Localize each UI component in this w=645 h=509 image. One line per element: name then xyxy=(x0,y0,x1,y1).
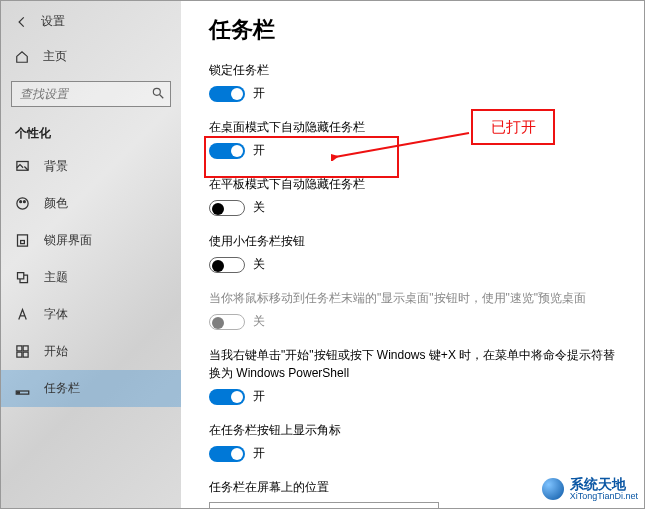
sidebar-item-taskbar[interactable]: 任务栏 xyxy=(1,370,181,407)
setting-label: 当我右键单击"开始"按钮或按下 Windows 键+X 时，在菜单中将命令提示符… xyxy=(209,346,620,382)
watermark-logo-icon xyxy=(542,478,564,500)
svg-rect-7 xyxy=(17,346,22,351)
setting-autohide-tablet: 在平板模式下自动隐藏任务栏 关 xyxy=(209,175,620,216)
setting-peek: 当你将鼠标移动到任务栏末端的"显示桌面"按钮时，使用"速览"预览桌面 关 xyxy=(209,289,620,330)
taskbar-icon xyxy=(15,381,30,396)
watermark: 系统天地 XiTongTianDi.net xyxy=(542,477,638,502)
search-icon xyxy=(151,86,165,100)
sidebar-item-start[interactable]: 开始 xyxy=(1,333,181,370)
select-value: 底部 xyxy=(218,508,242,509)
toggle-autohide-tablet[interactable] xyxy=(209,200,245,216)
sidebar-item-label: 任务栏 xyxy=(44,380,80,397)
toggle-powershell[interactable] xyxy=(209,389,245,405)
settings-sidebar: 设置 主页 个性化 背景 颜色 锁屏界面 主题 字体 开始 任务栏 xyxy=(1,1,181,509)
search-input[interactable] xyxy=(11,81,171,107)
setting-label: 在任务栏按钮上显示角标 xyxy=(209,421,620,439)
toggle-state: 关 xyxy=(253,199,265,216)
toggle-state: 开 xyxy=(253,445,265,462)
select-position[interactable]: 底部 xyxy=(209,502,439,508)
toggle-lock-taskbar[interactable] xyxy=(209,86,245,102)
setting-powershell: 当我右键单击"开始"按钮或按下 Windows 键+X 时，在菜单中将命令提示符… xyxy=(209,346,620,405)
svg-point-4 xyxy=(23,201,25,203)
home-icon xyxy=(15,50,29,64)
svg-rect-9 xyxy=(17,352,22,357)
setting-label: 锁定任务栏 xyxy=(209,61,620,79)
svg-rect-6 xyxy=(21,241,25,244)
setting-badges: 在任务栏按钮上显示角标 开 xyxy=(209,421,620,462)
setting-label: 在平板模式下自动隐藏任务栏 xyxy=(209,175,620,193)
sidebar-item-colors[interactable]: 颜色 xyxy=(1,185,181,222)
toggle-state: 开 xyxy=(253,85,265,102)
svg-rect-12 xyxy=(18,392,20,393)
font-icon xyxy=(15,307,30,322)
sidebar-item-lockscreen[interactable]: 锁屏界面 xyxy=(1,222,181,259)
toggle-state: 关 xyxy=(253,256,265,273)
home-label: 主页 xyxy=(43,48,67,65)
setting-label: 在桌面模式下自动隐藏任务栏 xyxy=(209,118,620,136)
back-icon[interactable] xyxy=(15,15,29,29)
setting-lock-taskbar: 锁定任务栏 开 xyxy=(209,61,620,102)
sidebar-item-label: 颜色 xyxy=(44,195,68,212)
sidebar-item-fonts[interactable]: 字体 xyxy=(1,296,181,333)
svg-rect-10 xyxy=(23,352,28,357)
palette-icon xyxy=(15,196,30,211)
toggle-state: 关 xyxy=(253,313,265,330)
theme-icon xyxy=(15,270,30,285)
setting-label: 使用小任务栏按钮 xyxy=(209,232,620,250)
search-wrap xyxy=(11,81,171,107)
home-row[interactable]: 主页 xyxy=(1,40,181,73)
sidebar-item-themes[interactable]: 主题 xyxy=(1,259,181,296)
sidebar-item-label: 背景 xyxy=(44,158,68,175)
page-title: 任务栏 xyxy=(209,15,620,45)
svg-point-2 xyxy=(17,198,28,209)
settings-label: 设置 xyxy=(41,13,65,30)
section-header: 个性化 xyxy=(1,117,181,148)
setting-label: 当你将鼠标移动到任务栏末端的"显示桌面"按钮时，使用"速览"预览桌面 xyxy=(209,289,620,307)
content-area: 任务栏 锁定任务栏 开 在桌面模式下自动隐藏任务栏 开 在平板模式下自动隐藏任务… xyxy=(181,1,644,508)
header-row: 设置 xyxy=(1,9,181,40)
picture-icon xyxy=(15,159,30,174)
sidebar-item-label: 开始 xyxy=(44,343,68,360)
toggle-state: 开 xyxy=(253,142,265,159)
sidebar-item-label: 字体 xyxy=(44,306,68,323)
svg-point-0 xyxy=(153,88,160,95)
lockscreen-icon xyxy=(15,233,30,248)
toggle-small-buttons[interactable] xyxy=(209,257,245,273)
svg-point-3 xyxy=(20,201,22,203)
toggle-state: 开 xyxy=(253,388,265,405)
toggle-badges[interactable] xyxy=(209,446,245,462)
sidebar-item-background[interactable]: 背景 xyxy=(1,148,181,185)
setting-autohide-desktop: 在桌面模式下自动隐藏任务栏 开 xyxy=(209,118,620,159)
svg-rect-8 xyxy=(23,346,28,351)
sidebar-item-label: 锁屏界面 xyxy=(44,232,92,249)
start-icon xyxy=(15,344,30,359)
watermark-sub: XiTongTianDi.net xyxy=(570,492,638,502)
setting-small-buttons: 使用小任务栏按钮 关 xyxy=(209,232,620,273)
sidebar-item-label: 主题 xyxy=(44,269,68,286)
toggle-peek xyxy=(209,314,245,330)
toggle-autohide-desktop[interactable] xyxy=(209,143,245,159)
watermark-main: 系统天地 xyxy=(570,477,638,492)
